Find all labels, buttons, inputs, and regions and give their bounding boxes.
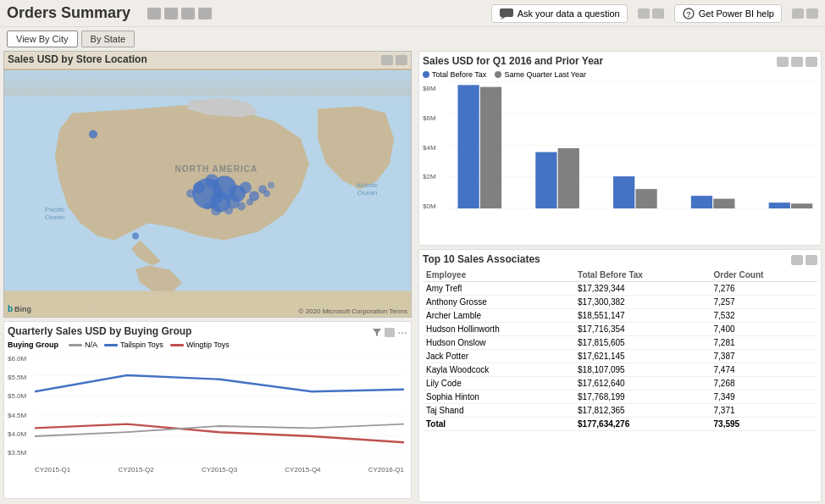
- legend-total-before-tax: Total Before Tax: [423, 70, 486, 79]
- top-sales-chart-icon[interactable]: [791, 255, 803, 265]
- cell-employee: Amy Trefl: [423, 282, 574, 296]
- svg-point-24: [132, 233, 139, 240]
- bar-chart-icon[interactable]: [777, 57, 789, 67]
- ask-question-button[interactable]: Ask your data a question: [491, 4, 628, 23]
- table-row: Hudson Hollinworth$17,716,3547,400: [423, 323, 817, 336]
- sales-table: Employee Total Before Tax Order Count Am…: [423, 269, 817, 431]
- bar-chart-section: Sales USD for Q1 2016 and Prior Year Tot…: [418, 51, 822, 246]
- cell-total: $18,107,095: [574, 363, 710, 377]
- cell-count: 7,349: [711, 390, 817, 404]
- bar-y-8: $8M: [423, 85, 448, 92]
- cell-count: 7,268: [711, 377, 817, 390]
- cell-employee: Sophia Hinton: [423, 390, 574, 404]
- ask-question-icons: [638, 8, 664, 19]
- header-icons: [147, 8, 212, 19]
- filter-icon[interactable]: [372, 327, 382, 337]
- settings-icon[interactable]: [164, 8, 178, 19]
- table-row: Sophia Hinton$17,768,1997,349: [423, 390, 817, 404]
- table-row: Kayla Woodcock$18,107,0957,474: [423, 363, 817, 377]
- pacific-ocean-label: PacificOcean: [45, 206, 65, 221]
- cell-total: $18,551,147: [574, 309, 710, 323]
- quarterly-title: Quarterly Sales USD by Buying Group: [8, 325, 191, 337]
- bar-chart-svg: Packaging Materials Clothing Novelty Ite…: [448, 80, 817, 210]
- help-block-icon[interactable]: [806, 8, 818, 19]
- cell-count: 7,474: [711, 363, 817, 377]
- same-quarter-dot: [495, 71, 501, 78]
- cell-total: $17,815,605: [574, 336, 710, 350]
- table-row: Lily Code$17,612,6407,268: [423, 377, 817, 390]
- legend-na: N/A: [69, 341, 97, 349]
- cell-employee: Hudson Hollinworth: [423, 323, 574, 336]
- cell-count: 7,257: [711, 296, 817, 309]
- table-row: Anthony Grosse$17,300,3827,257: [423, 296, 817, 309]
- expand-icon[interactable]: [385, 328, 395, 337]
- ask-chart-icon[interactable]: [638, 8, 650, 19]
- map-svg: [4, 70, 411, 317]
- view-by-city-button[interactable]: View By City: [7, 30, 78, 47]
- bar-chart-legend: Total Before Tax Same Quarter Last Year: [423, 70, 817, 79]
- more-options-icon[interactable]: ···: [397, 326, 407, 338]
- help-chart-icon[interactable]: [792, 8, 804, 19]
- total-cell-label: Total: [423, 418, 574, 431]
- get-help-button[interactable]: ? Get Power BI help: [674, 4, 782, 23]
- y-label-45: $4.5M: [8, 412, 33, 419]
- bar-chart-wrapper: $0M $2M $4M $6M $8M: [423, 80, 817, 229]
- svg-point-21: [204, 203, 211, 210]
- view-buttons-bar: View By City By State: [0, 27, 825, 51]
- svg-point-9: [205, 174, 219, 188]
- bar-y-0: $0M: [423, 202, 448, 210]
- total-cell-total: $177,634,276: [574, 418, 710, 431]
- bar-y-2: $2M: [423, 173, 448, 180]
- na-color: [69, 344, 82, 346]
- map-chart-icon[interactable]: [381, 55, 393, 65]
- svg-rect-41: [558, 148, 579, 208]
- same-quarter-label: Same Quarter Last Year: [504, 70, 586, 79]
- x-label-q3-2015: CY2015-Q3: [202, 466, 237, 474]
- map-canvas[interactable]: NORTH AMERICA PacificOcean AtlanticOcean…: [4, 70, 411, 317]
- top-sales-block-icon[interactable]: [806, 255, 817, 265]
- bar-chart-header: Sales USD for Q1 2016 and Prior Year: [423, 55, 817, 69]
- svg-rect-0: [500, 8, 513, 17]
- col-total: Total Before Tax: [574, 269, 710, 282]
- chart-icon[interactable]: [181, 8, 195, 19]
- svg-rect-44: [691, 196, 712, 208]
- svg-rect-42: [613, 176, 634, 208]
- wingtip-color: [170, 344, 184, 346]
- cell-total: $17,612,640: [574, 377, 710, 390]
- ask-block-icon[interactable]: [652, 8, 664, 19]
- table-row: Jack Potter$17,621,1457,387: [423, 350, 817, 363]
- bar-y-4: $4M: [423, 144, 448, 152]
- svg-text:b: b: [8, 304, 13, 313]
- map-background: NORTH AMERICA PacificOcean AtlanticOcean: [4, 70, 411, 317]
- cell-employee: Taj Shand: [423, 404, 574, 418]
- y-label-35: $3.5M: [8, 449, 33, 457]
- quarterly-chart-section: Quarterly Sales USD by Buying Group ··· …: [3, 321, 412, 499]
- legend-tailspin: Tailspin Toys: [104, 341, 163, 349]
- table-row: Taj Shand$17,812,3657,371: [423, 404, 817, 418]
- top-sales-icons: [791, 255, 817, 265]
- filter-icon[interactable]: [147, 8, 161, 19]
- y-label-40: $4.0M: [8, 430, 33, 438]
- cell-count: 7,371: [711, 404, 817, 418]
- cell-total: $17,300,382: [574, 296, 710, 309]
- x-label-q2-2015: CY2015-Q2: [118, 466, 153, 474]
- x-label-q1-2016: CY2016-Q1: [368, 466, 404, 474]
- map-copyright: © 2020 Microsoft Corporation Terms: [299, 307, 407, 315]
- line-chart-wrapper: $3.5M $4.0M $4.5M $5.0M $5.5M $6.0M: [8, 351, 407, 474]
- map-block-icon[interactable]: [396, 55, 407, 65]
- total-before-tax-label: Total Before Tax: [432, 70, 486, 79]
- svg-point-22: [268, 182, 274, 189]
- view-by-state-button[interactable]: By State: [81, 30, 136, 47]
- bar-chart-expand-icon[interactable]: [791, 57, 803, 67]
- block-icon[interactable]: [198, 8, 212, 19]
- quarterly-header: Quarterly Sales USD by Buying Group ···: [8, 325, 407, 339]
- table-row: Hudson Onslow$17,815,6057,281: [423, 336, 817, 350]
- ask-question-label: Ask your data a question: [518, 8, 620, 19]
- top-sales-section: Top 10 Sales Associates Employee Total B…: [418, 249, 822, 502]
- cell-total: $17,329,344: [574, 282, 710, 296]
- bing-icon: b Bing: [8, 303, 33, 313]
- buying-group-label: Buying Group: [8, 341, 58, 349]
- bar-chart-block-icon[interactable]: [806, 57, 817, 67]
- bar-y-6: $6M: [423, 114, 448, 122]
- page-header: Orders Summary Ask your data a question …: [0, 0, 825, 27]
